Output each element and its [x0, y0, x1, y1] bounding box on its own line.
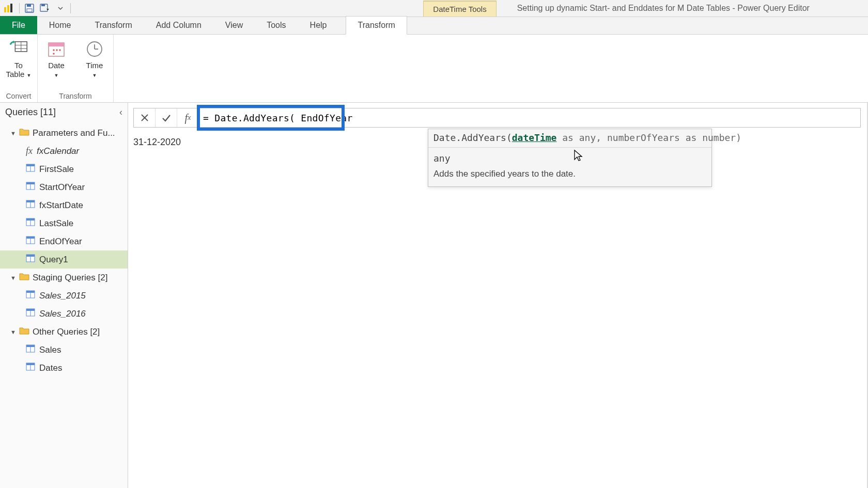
tab-home[interactable]: Home	[37, 16, 83, 34]
svg-point-16	[59, 49, 61, 51]
folder-icon	[19, 128, 29, 138]
query-sales-2015[interactable]: Sales_2015	[0, 287, 128, 305]
time-button[interactable]: Time▼	[80, 39, 109, 78]
group-title-convert: Convert	[4, 90, 33, 102]
query-dates[interactable]: Dates	[0, 359, 128, 377]
ribbon-tabs: File Home Transform Add Column View Tool…	[0, 17, 868, 35]
query-fxstartdate[interactable]: fxStartDate	[0, 196, 128, 214]
context-tool-label: DateTime Tools	[423, 1, 496, 17]
svg-rect-13	[49, 43, 64, 46]
query-label: Sales	[39, 345, 61, 355]
signature-rest: as any, numberOfYears as number)	[556, 132, 741, 143]
query-label: fxCalendar	[37, 146, 79, 156]
table-icon	[26, 290, 35, 301]
query-label: LastSale	[39, 218, 73, 229]
svg-point-14	[53, 49, 55, 51]
main-area: Queries [11] ‹ ▼ Parameters and Fu... fx…	[0, 103, 868, 488]
svg-point-17	[53, 53, 55, 55]
formula-input[interactable]	[199, 108, 860, 127]
active-parameter: dateTime	[512, 132, 557, 143]
table-icon	[26, 182, 35, 193]
queries-header[interactable]: Queries [11] ‹	[0, 103, 128, 122]
title-bar: DateTime Tools Setting up dynamic Start-…	[0, 0, 868, 17]
query-startofyear[interactable]: StartOfYear	[0, 178, 128, 196]
enter-formula-button[interactable]	[156, 108, 177, 127]
table-icon	[26, 164, 35, 175]
chevron-down-icon: ▼	[54, 73, 59, 78]
folder-icon	[19, 272, 29, 283]
query-label: FirstSale	[39, 164, 74, 175]
tab-transform[interactable]: Transform	[83, 16, 144, 34]
app-icon	[2, 2, 14, 14]
save-button[interactable]	[22, 1, 37, 15]
time-icon	[84, 39, 105, 59]
table-icon	[26, 363, 35, 373]
caret-down-icon: ▼	[10, 130, 16, 136]
ribbon-group-convert: To Table ▼ Convert	[0, 35, 38, 102]
query-fxcalendar[interactable]: fx fxCalendar	[0, 142, 128, 160]
query-query1[interactable]: Query1	[0, 250, 128, 269]
svg-rect-5	[27, 9, 32, 12]
table-icon	[26, 236, 35, 247]
tab-add-column[interactable]: Add Column	[144, 16, 213, 34]
table-icon	[26, 200, 35, 211]
separator	[70, 3, 71, 13]
folder-staging[interactable]: ▼ Staging Queries [2]	[0, 269, 128, 287]
date-label: Date▼	[48, 61, 65, 78]
tab-view[interactable]: View	[213, 16, 255, 34]
query-firstsale[interactable]: FirstSale	[0, 160, 128, 178]
intellisense-tooltip: Date.AddYears(dateTime as any, numberOfY…	[428, 129, 712, 187]
chevron-down-icon: ▼	[92, 73, 97, 78]
tab-file[interactable]: File	[0, 16, 37, 34]
editor-area: fx 31-12-2020 Date.AddYears(dateTime as …	[128, 103, 868, 488]
function-description: Adds the specified years to the date.	[428, 167, 711, 186]
folder-icon	[19, 326, 29, 337]
query-label: Query1	[39, 255, 68, 265]
folder-parameters[interactable]: ▼ Parameters and Fu...	[0, 124, 128, 142]
function-name: Date.AddYears(	[433, 132, 512, 143]
to-table-button[interactable]: To Table ▼	[4, 39, 33, 78]
save-as-button[interactable]	[38, 1, 52, 15]
function-icon: fx	[26, 146, 33, 156]
folder-label: Other Queries [2]	[33, 327, 100, 337]
query-label: Sales_2016	[39, 309, 86, 319]
query-sales[interactable]: Sales	[0, 341, 128, 359]
date-icon	[46, 39, 67, 59]
document-title: Setting up dynamic Start- and Enddates f…	[497, 4, 868, 13]
svg-rect-7	[41, 4, 45, 6]
query-sales-2016[interactable]: Sales_2016	[0, 305, 128, 323]
folder-label: Staging Queries [2]	[33, 273, 108, 283]
svg-rect-2	[10, 4, 12, 12]
separator	[19, 3, 20, 13]
table-icon	[26, 218, 35, 229]
svg-rect-1	[7, 5, 9, 12]
svg-rect-4	[27, 4, 31, 7]
query-label: fxStartDate	[39, 200, 83, 211]
quick-access-toolbar	[18, 1, 72, 15]
cancel-formula-button[interactable]	[134, 108, 156, 127]
svg-point-15	[56, 49, 58, 51]
folder-other[interactable]: ▼ Other Queries [2]	[0, 323, 128, 341]
signature-line: Date.AddYears(dateTime as any, numberOfY…	[428, 129, 711, 148]
query-lastsale[interactable]: LastSale	[0, 214, 128, 232]
caret-down-icon: ▼	[10, 275, 16, 281]
query-endofyear[interactable]: EndOfYear	[0, 232, 128, 250]
folder-label: Parameters and Fu...	[33, 128, 115, 138]
query-label: Dates	[39, 363, 62, 373]
tab-context-transform[interactable]: Transform	[346, 16, 407, 35]
query-label: StartOfYear	[39, 182, 85, 193]
tab-help[interactable]: Help	[298, 16, 339, 34]
tab-tools[interactable]: Tools	[255, 16, 298, 34]
svg-rect-0	[4, 7, 6, 12]
collapse-panel-icon[interactable]: ‹	[119, 107, 122, 118]
customize-qat-button[interactable]	[53, 1, 68, 15]
group-title-transform: Transform	[42, 90, 109, 102]
caret-down-icon: ▼	[10, 329, 16, 335]
formula-input-wrap	[199, 108, 860, 127]
to-table-label: To Table ▼	[6, 61, 32, 78]
queries-panel: Queries [11] ‹ ▼ Parameters and Fu... fx…	[0, 103, 128, 488]
chevron-down-icon: ▼	[27, 73, 32, 78]
date-button[interactable]: Date▼	[42, 39, 71, 78]
return-type: any	[428, 148, 711, 167]
fx-icon[interactable]: fx	[177, 108, 199, 127]
